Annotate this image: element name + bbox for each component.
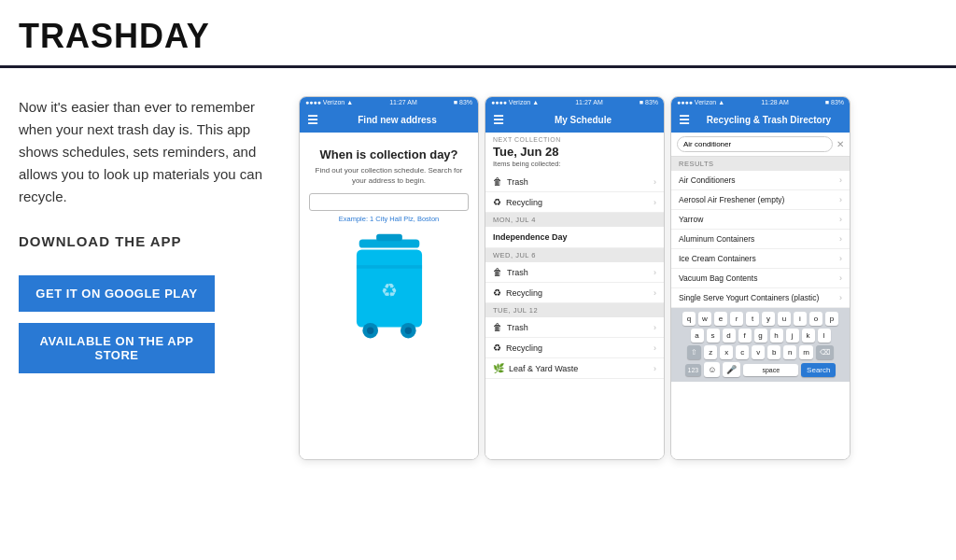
dir-item-1[interactable]: Air Conditioners › bbox=[671, 171, 850, 190]
chevron-5: › bbox=[654, 323, 656, 332]
dir-item-3[interactable]: Yarrow › bbox=[671, 210, 850, 230]
dir-item-5[interactable]: Ice Cream Containers › bbox=[671, 249, 850, 269]
phone2-nav-title: My Schedule bbox=[510, 115, 656, 125]
svg-rect-1 bbox=[376, 234, 402, 241]
phone-find-address: ●●●● Verizon ▲ 11:27 AM ■ 83% ☰ Find new… bbox=[299, 96, 479, 460]
key-i[interactable]: i bbox=[794, 312, 807, 326]
phone3-time: 11:28 AM bbox=[761, 99, 789, 105]
phone1-nav-title: Find new address bbox=[324, 115, 471, 125]
key-v[interactable]: v bbox=[752, 345, 765, 359]
dir-label-7: Single Serve Yogurt Containers (plastic) bbox=[679, 293, 839, 302]
dir-label-2: Aerosol Air Freshener (empty) bbox=[679, 195, 839, 204]
key-a[interactable]: a bbox=[691, 329, 704, 343]
keyboard-bottom-row: 123 ☺ 🎤 space Search bbox=[673, 362, 848, 377]
schedule-item-recycling-3[interactable]: ♻ Recycling › bbox=[485, 338, 664, 358]
dir-item-7[interactable]: Single Serve Yogurt Containers (plastic)… bbox=[671, 288, 850, 308]
key-y[interactable]: y bbox=[762, 312, 775, 326]
trash-icon-2: 🗑 bbox=[493, 267, 502, 277]
trash-can-image: ♻ bbox=[343, 232, 436, 344]
phone3-carrier: ●●●● Verizon ▲ bbox=[677, 99, 724, 105]
phone1-battery: ■ 83% bbox=[454, 99, 472, 105]
schedule-item-recycling-2[interactable]: ♻ Recycling › bbox=[485, 283, 664, 303]
key-k[interactable]: k bbox=[802, 329, 815, 343]
dir-chevron-7: › bbox=[839, 293, 842, 302]
phone2-time: 11:27 AM bbox=[575, 99, 603, 105]
screen1-title: When is collection day? bbox=[309, 147, 469, 161]
key-b[interactable]: b bbox=[767, 345, 780, 359]
numbers-key[interactable]: 123 bbox=[685, 364, 702, 376]
key-m[interactable]: m bbox=[799, 345, 813, 359]
next-collection-label: NEXT COLLECTION bbox=[485, 133, 664, 143]
phone2-status-bar: ●●●● Verizon ▲ 11:27 AM ■ 83% bbox=[485, 97, 664, 107]
dir-item-4[interactable]: Aluminum Containers › bbox=[671, 230, 850, 249]
search-key[interactable]: Search bbox=[801, 363, 836, 377]
screen1-example: Example: 1 City Hall Plz, Boston bbox=[309, 215, 469, 223]
key-p[interactable]: p bbox=[825, 312, 838, 326]
address-input[interactable] bbox=[309, 193, 469, 211]
dir-item-6[interactable]: Vacuum Bag Contents › bbox=[671, 269, 850, 288]
phone3-menu-icon[interactable]: ☰ bbox=[679, 113, 690, 127]
backspace-key[interactable]: ⌫ bbox=[816, 345, 834, 359]
dir-item-2[interactable]: Aerosol Air Freshener (empty) › bbox=[671, 190, 850, 210]
key-s[interactable]: s bbox=[707, 329, 720, 343]
shift-key[interactable]: ⇧ bbox=[687, 345, 701, 359]
dir-chevron-1: › bbox=[839, 175, 842, 185]
phone-schedule: ●●●● Verizon ▲ 11:27 AM ■ 83% ☰ My Sched… bbox=[485, 96, 665, 460]
recycling-icon-2: ♻ bbox=[493, 287, 501, 298]
schedule-item-recycling-1[interactable]: ♻ Recycling › bbox=[485, 192, 664, 213]
mic-key[interactable]: 🎤 bbox=[723, 362, 740, 377]
svg-rect-3 bbox=[356, 265, 421, 269]
chevron-2: › bbox=[654, 198, 656, 207]
key-n[interactable]: n bbox=[783, 345, 796, 359]
phone3-nav-bar: ☰ Recycling & Trash Directory bbox=[671, 107, 850, 133]
schedule-item-trash-3[interactable]: 🗑 Trash › bbox=[485, 317, 664, 338]
phone3-status-bar: ●●●● Verizon ▲ 11:28 AM ■ 83% bbox=[671, 97, 850, 107]
phone2-menu-icon[interactable]: ☰ bbox=[493, 113, 504, 127]
key-z[interactable]: z bbox=[704, 345, 717, 359]
dir-chevron-4: › bbox=[839, 234, 842, 244]
main-content: Now it's easier than ever to remember wh… bbox=[0, 68, 956, 479]
key-u[interactable]: u bbox=[778, 312, 791, 326]
key-e[interactable]: e bbox=[714, 312, 727, 326]
dir-label-4: Aluminum Containers bbox=[679, 234, 839, 244]
key-r[interactable]: r bbox=[730, 312, 743, 326]
phone1-time: 11:27 AM bbox=[389, 99, 417, 105]
key-q[interactable]: q bbox=[682, 312, 696, 326]
key-h[interactable]: h bbox=[770, 329, 783, 343]
phones-area: ●●●● Verizon ▲ 11:27 AM ■ 83% ☰ Find new… bbox=[299, 96, 937, 460]
google-play-button[interactable]: GET IT ON GOOGLE PLAY bbox=[19, 275, 215, 312]
key-f[interactable]: f bbox=[738, 329, 752, 343]
key-c[interactable]: c bbox=[736, 345, 749, 359]
schedule-item-trash-2[interactable]: 🗑 Trash › bbox=[485, 262, 664, 283]
phone1-menu-icon[interactable]: ☰ bbox=[307, 113, 318, 127]
key-w[interactable]: w bbox=[698, 312, 711, 326]
app-store-button[interactable]: AVAILABLE ON THE APP STORE bbox=[19, 323, 215, 373]
keyboard-row-1: q w e r t y u i o p bbox=[673, 312, 848, 326]
download-label: DOWNLOAD THE APP bbox=[19, 231, 280, 253]
clear-search-icon[interactable]: ✕ bbox=[836, 139, 844, 149]
schedule-item-yard-waste[interactable]: 🌿 Leaf & Yard Waste › bbox=[485, 358, 664, 379]
schedule-item-trash-1[interactable]: 🗑 Trash › bbox=[485, 172, 664, 192]
results-label: RESULTS bbox=[671, 157, 850, 171]
key-l[interactable]: l bbox=[818, 329, 831, 343]
space-key[interactable]: space bbox=[743, 364, 798, 376]
app-header: TRASHDAY bbox=[0, 0, 956, 68]
directory-search-input[interactable] bbox=[677, 136, 833, 152]
key-x[interactable]: x bbox=[720, 345, 733, 359]
dir-label-1: Air Conditioners bbox=[679, 175, 839, 185]
key-o[interactable]: o bbox=[809, 312, 822, 326]
key-d[interactable]: d bbox=[723, 329, 736, 343]
recycling-label-1: Recycling bbox=[506, 198, 649, 207]
phone2-carrier: ●●●● Verizon ▲ bbox=[491, 99, 539, 105]
key-j[interactable]: j bbox=[786, 329, 799, 343]
key-t[interactable]: t bbox=[746, 312, 759, 326]
trash-icon-1: 🗑 bbox=[493, 176, 502, 187]
svg-point-8 bbox=[404, 328, 411, 334]
key-g[interactable]: g bbox=[754, 329, 767, 343]
trash-label-1: Trash bbox=[507, 177, 649, 187]
app-title: TRASHDAY bbox=[19, 17, 937, 56]
recycling-icon-1: ♻ bbox=[493, 197, 501, 207]
search-bar: ✕ bbox=[671, 133, 850, 157]
dir-chevron-3: › bbox=[839, 215, 842, 224]
emoji-key[interactable]: ☺ bbox=[704, 362, 720, 377]
